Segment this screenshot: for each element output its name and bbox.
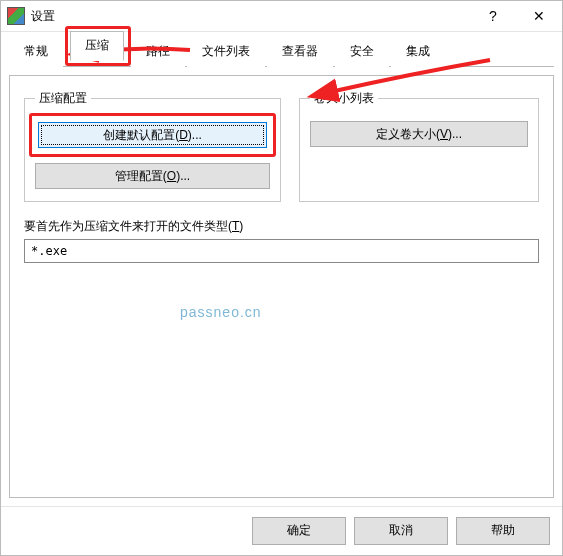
group-compress-profile: 压缩配置 创建默认配置(D)... 管理配置(O)... [24, 90, 281, 202]
close-button[interactable]: ✕ [516, 1, 562, 31]
tab-security[interactable]: 安全 [335, 37, 389, 67]
app-icon [7, 7, 25, 25]
help-button[interactable]: ? [470, 1, 516, 31]
manage-profiles-button[interactable]: 管理配置(O)... [35, 163, 270, 189]
group-row: 压缩配置 创建默认配置(D)... 管理配置(O)... 卷大小列表 定义卷大小… [24, 90, 539, 202]
tab-compression[interactable]: 压缩 [70, 31, 124, 61]
group-compress-profile-legend: 压缩配置 [35, 90, 91, 107]
cancel-button[interactable]: 取消 [354, 517, 448, 545]
annotation-button-highlight: 创建默认配置(D)... [29, 113, 276, 157]
tab-panel-compression: 压缩配置 创建默认配置(D)... 管理配置(O)... 卷大小列表 定义卷大小… [9, 75, 554, 498]
define-volume-size-button[interactable]: 定义卷大小(V)... [310, 121, 528, 147]
filetype-input[interactable] [24, 239, 539, 263]
annotation-tab-highlight: 压缩 [65, 26, 131, 66]
group-volume-list-legend: 卷大小列表 [310, 90, 378, 107]
group-volume-list: 卷大小列表 定义卷大小(V)... [299, 90, 539, 202]
tab-paths[interactable]: 路径 [131, 37, 185, 67]
settings-window: 设置 ? ✕ 常规 压缩 路径 文件列表 查看器 安全 集成 压缩配置 创建默认… [0, 0, 563, 556]
watermark-text: passneo.cn [180, 304, 262, 320]
window-title: 设置 [31, 8, 470, 25]
filetype-label: 要首先作为压缩文件来打开的文件类型(T) [24, 218, 539, 235]
create-default-profile-button[interactable]: 创建默认配置(D)... [38, 122, 267, 148]
tab-strip: 常规 压缩 路径 文件列表 查看器 安全 集成 [1, 32, 562, 66]
dialog-footer: 确定 取消 帮助 [1, 506, 562, 555]
tab-integration[interactable]: 集成 [391, 37, 445, 67]
help-footer-button[interactable]: 帮助 [456, 517, 550, 545]
tab-filelist[interactable]: 文件列表 [187, 37, 265, 67]
tab-general[interactable]: 常规 [9, 37, 63, 67]
tab-viewer[interactable]: 查看器 [267, 37, 333, 67]
ok-button[interactable]: 确定 [252, 517, 346, 545]
